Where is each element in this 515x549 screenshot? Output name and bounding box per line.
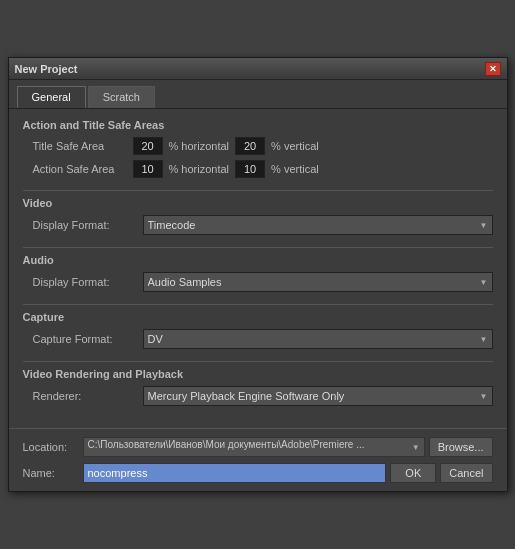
rendering-section: Video Rendering and Playback Renderer: M… (23, 368, 493, 406)
name-label: Name: (23, 467, 83, 479)
name-input[interactable] (83, 463, 387, 483)
window-title: New Project (15, 63, 78, 75)
audio-format-label: Display Format: (33, 276, 143, 288)
renderer-label: Renderer: (33, 390, 143, 402)
capture-format-dropdown[interactable]: DV HDV (143, 329, 493, 349)
audio-format-row: Display Format: Audio Samples Millisecon… (33, 272, 493, 292)
capture-format-label: Capture Format: (33, 333, 143, 345)
title-safe-h-input[interactable] (133, 137, 163, 155)
rendering-title: Video Rendering and Playback (23, 368, 493, 380)
title-safe-h-unit: % horizontal (169, 140, 230, 152)
capture-title: Capture (23, 311, 493, 323)
dialog-window: New Project ✕ General Scratch Action and… (8, 57, 508, 492)
capture-format-wrapper: DV HDV (143, 329, 493, 349)
audio-title: Audio (23, 254, 493, 266)
renderer-wrapper: Mercury Playback Engine Software Only Me… (143, 386, 493, 406)
safe-areas-content: Title Safe Area % horizontal % vertical … (23, 137, 493, 178)
title-bar: New Project ✕ (9, 58, 507, 80)
capture-content: Capture Format: DV HDV (23, 329, 493, 349)
location-input-wrapper: C:\Пользователи\Иванов\Мои документы\Ado… (83, 437, 425, 457)
action-safe-row: Action Safe Area % horizontal % vertical (33, 160, 493, 178)
audio-content: Display Format: Audio Samples Millisecon… (23, 272, 493, 292)
title-safe-row: Title Safe Area % horizontal % vertical (33, 137, 493, 155)
action-safe-v-unit: % vertical (271, 163, 319, 175)
audio-section: Audio Display Format: Audio Samples Mill… (23, 254, 493, 292)
location-label: Location: (23, 441, 83, 453)
browse-button[interactable]: Browse... (429, 437, 493, 457)
capture-format-row: Capture Format: DV HDV (33, 329, 493, 349)
video-format-label: Display Format: (33, 219, 143, 231)
action-safe-v-input[interactable] (235, 160, 265, 178)
rendering-content: Renderer: Mercury Playback Engine Softwa… (23, 386, 493, 406)
video-content: Display Format: Timecode Feet + Frames 1… (23, 215, 493, 235)
audio-format-dropdown[interactable]: Audio Samples Milliseconds (143, 272, 493, 292)
video-section: Video Display Format: Timecode Feet + Fr… (23, 197, 493, 235)
tabs-bar: General Scratch (9, 80, 507, 109)
renderer-dropdown[interactable]: Mercury Playback Engine Software Only Me… (143, 386, 493, 406)
title-safe-v-unit: % vertical (271, 140, 319, 152)
renderer-row: Renderer: Mercury Playback Engine Softwa… (33, 386, 493, 406)
ok-button[interactable]: OK (390, 463, 436, 483)
title-safe-v-input[interactable] (235, 137, 265, 155)
safe-areas-section: Action and Title Safe Areas Title Safe A… (23, 119, 493, 178)
footer-section: Location: C:\Пользователи\Иванов\Мои док… (9, 428, 507, 491)
location-row: Location: C:\Пользователи\Иванов\Мои док… (23, 437, 493, 457)
cancel-button[interactable]: Cancel (440, 463, 492, 483)
tab-general[interactable]: General (17, 86, 86, 108)
video-format-wrapper: Timecode Feet + Frames 16mm Feet + Frame… (143, 215, 493, 235)
tab-scratch[interactable]: Scratch (88, 86, 155, 108)
action-safe-h-input[interactable] (133, 160, 163, 178)
audio-format-wrapper: Audio Samples Milliseconds (143, 272, 493, 292)
title-safe-label: Title Safe Area (33, 140, 133, 152)
video-title: Video (23, 197, 493, 209)
action-safe-label: Action Safe Area (33, 163, 133, 175)
name-row: Name: OK Cancel (23, 463, 493, 483)
capture-section: Capture Capture Format: DV HDV (23, 311, 493, 349)
close-button[interactable]: ✕ (485, 62, 501, 76)
video-format-dropdown[interactable]: Timecode Feet + Frames 16mm Feet + Frame… (143, 215, 493, 235)
safe-areas-title: Action and Title Safe Areas (23, 119, 493, 131)
location-input[interactable]: C:\Пользователи\Иванов\Мои документы\Ado… (83, 437, 425, 457)
video-format-row: Display Format: Timecode Feet + Frames 1… (33, 215, 493, 235)
dialog-body: Action and Title Safe Areas Title Safe A… (9, 109, 507, 428)
action-safe-h-unit: % horizontal (169, 163, 230, 175)
